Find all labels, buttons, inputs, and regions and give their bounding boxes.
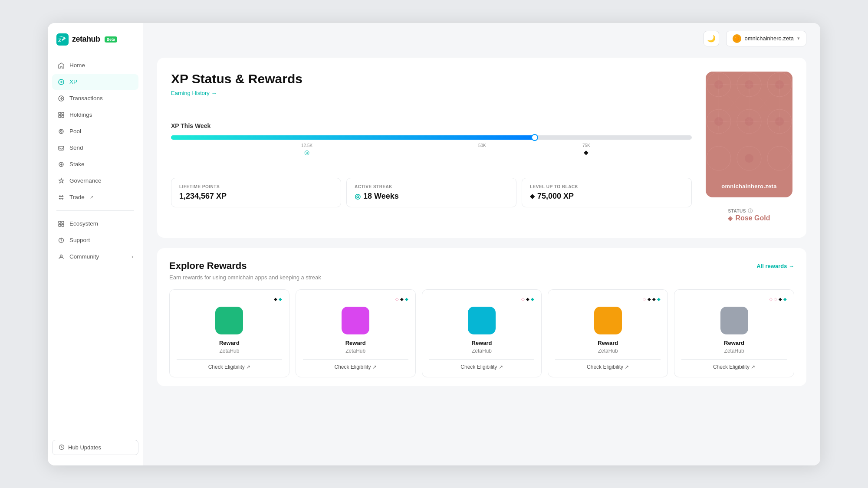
svg-point-36 bbox=[745, 154, 753, 163]
reward-card-5[interactable]: ◇ ◇ ◆ ◆ Reward ZetaHub Check Eligibility… bbox=[674, 289, 794, 377]
all-rewards-link[interactable]: All rewards → bbox=[756, 263, 794, 269]
sidebar-item-support[interactable]: Support bbox=[52, 233, 138, 248]
streak-icon: ◎ bbox=[355, 192, 361, 200]
diamond-icon: ◆ bbox=[530, 193, 535, 200]
sidebar-item-send[interactable]: Send bbox=[52, 140, 138, 156]
reward-icons-3: ◇ ◆ ◆ bbox=[429, 297, 535, 301]
community-item-left: Community bbox=[57, 253, 99, 261]
reward-source-4: ZetaHub bbox=[598, 348, 618, 354]
earning-history-link[interactable]: Earning History → bbox=[171, 90, 217, 96]
chevron-right-icon: › bbox=[132, 254, 133, 260]
progress-container bbox=[171, 135, 692, 140]
xp-icon bbox=[57, 78, 65, 86]
sidebar-item-transactions[interactable]: Transactions bbox=[52, 91, 138, 106]
check-eligibility-1[interactable]: Check Eligibility ↗ bbox=[177, 359, 282, 370]
user-menu-button[interactable]: 🟠 omnichainhero.zeta ▾ bbox=[726, 31, 806, 46]
header: 🌙 🟠 omnichainhero.zeta ▾ bbox=[143, 23, 820, 54]
sidebar-item-xp[interactable]: XP bbox=[52, 74, 138, 90]
sidebar-item-trade[interactable]: Trade ↗ bbox=[52, 190, 138, 205]
check-eligibility-4[interactable]: Check Eligibility ↗ bbox=[555, 359, 661, 370]
reward-source-5: ZetaHub bbox=[724, 348, 744, 354]
progress-bar-background bbox=[171, 135, 692, 140]
reward-card-1[interactable]: ◆ ◆ Reward ZetaHub Check Eligibility ↗ bbox=[169, 289, 289, 377]
sidebar-item-ecosystem[interactable]: Ecosystem bbox=[52, 216, 138, 232]
sidebar-item-holdings[interactable]: Holdings bbox=[52, 107, 138, 123]
reward-icons-5: ◇ ◇ ◆ ◆ bbox=[681, 297, 787, 301]
beta-badge: Beta bbox=[105, 36, 118, 43]
stake-icon bbox=[57, 160, 65, 168]
check-eligibility-2[interactable]: Check Eligibility ↗ bbox=[303, 359, 408, 370]
svg-rect-5 bbox=[62, 112, 64, 115]
status-value: ◈ Rose Gold bbox=[728, 214, 770, 222]
holdings-icon bbox=[57, 111, 65, 119]
reward-icons-2: ◇ ◆ ◆ bbox=[303, 297, 408, 301]
marker-75k: 75K ◆ bbox=[582, 143, 590, 156]
check-eligibility-5[interactable]: Check Eligibility ↗ bbox=[681, 359, 787, 370]
marker-50k: 50K bbox=[478, 143, 486, 148]
reward-name-2: Reward bbox=[345, 340, 366, 346]
level-up-label: LEVEL UP TO BLACK bbox=[530, 184, 684, 189]
page-title: XP Status & Rewards bbox=[171, 72, 692, 86]
svg-point-18 bbox=[60, 255, 62, 257]
governance-icon bbox=[57, 177, 65, 185]
page-content: XP Status & Rewards Earning History → XP… bbox=[143, 54, 820, 465]
logo: Z zetahub Beta bbox=[48, 33, 143, 58]
send-icon bbox=[57, 144, 65, 152]
explore-header: Explore Rewards All rewards → bbox=[169, 260, 794, 272]
svg-point-9 bbox=[60, 131, 62, 132]
reward-card-3[interactable]: ◇ ◆ ◆ Reward ZetaHub Check Eligibility ↗ bbox=[422, 289, 542, 377]
trade-icon bbox=[57, 193, 65, 201]
svg-rect-6 bbox=[59, 115, 61, 118]
card-status-info: STATUS ⓘ ◈ Rose Gold bbox=[728, 203, 770, 224]
status-label: STATUS ⓘ bbox=[728, 208, 770, 214]
main-content: 🌙 🟠 omnichainhero.zeta ▾ XP Status & Rew… bbox=[143, 23, 820, 465]
svg-point-17 bbox=[61, 241, 61, 242]
reward-color-box-1 bbox=[215, 307, 243, 334]
lifetime-points-label: LIFETIME POINTS bbox=[179, 184, 333, 189]
reward-card-2[interactable]: ◇ ◆ ◆ Reward ZetaHub Check Eligibility ↗ bbox=[296, 289, 416, 377]
nav-section: Home XP Transactions Holdi bbox=[48, 58, 143, 436]
xp-left-panel: XP Status & Rewards Earning History → XP… bbox=[171, 72, 692, 224]
sidebar-item-governance[interactable]: Governance bbox=[52, 173, 138, 189]
app-window: Z zetahub Beta Home XP bbox=[48, 23, 820, 465]
xp-card-panel: omnichainhero.zeta STATUS ⓘ ◈ Rose Gold bbox=[706, 72, 792, 224]
reward-name-4: Reward bbox=[598, 340, 618, 346]
reward-name-5: Reward bbox=[724, 340, 744, 346]
reward-icons-4: ◇ ◆ ◆ ◆ bbox=[555, 297, 661, 301]
chevron-down-icon: ▾ bbox=[797, 36, 800, 41]
marker-12k: 12.5K ◎ bbox=[301, 143, 312, 156]
sidebar-item-pool-label: Pool bbox=[69, 128, 81, 134]
reward-color-box-3 bbox=[468, 307, 496, 334]
explore-rewards-section: Explore Rewards All rewards → Earn rewar… bbox=[157, 248, 806, 386]
sidebar-item-community[interactable]: Community › bbox=[52, 249, 138, 265]
nav-divider bbox=[56, 210, 134, 211]
sidebar: Z zetahub Beta Home XP bbox=[48, 23, 143, 465]
sidebar-item-xp-label: XP bbox=[69, 79, 77, 85]
sidebar-item-stake[interactable]: Stake bbox=[52, 157, 138, 172]
reward-source-2: ZetaHub bbox=[345, 348, 365, 354]
active-streak-value: ◎ 18 Weeks bbox=[355, 192, 508, 201]
check-eligibility-3[interactable]: Check Eligibility ↗ bbox=[429, 359, 535, 370]
reward-icons-1: ◆ ◆ bbox=[177, 297, 282, 301]
logo-icon: Z bbox=[56, 33, 69, 46]
active-streak-card: ACTIVE STREAK ◎ 18 Weeks bbox=[346, 178, 516, 207]
reward-color-box-5 bbox=[720, 307, 748, 334]
progress-thumb bbox=[531, 134, 538, 141]
lifetime-points-value: 1,234,567 XP bbox=[179, 192, 333, 201]
reward-source-3: ZetaHub bbox=[472, 348, 492, 354]
progress-bar-fill bbox=[171, 135, 536, 140]
support-icon bbox=[57, 236, 65, 244]
explore-subtitle: Earn rewards for using omnichain apps an… bbox=[169, 274, 794, 281]
sidebar-item-governance-label: Governance bbox=[69, 177, 102, 184]
reward-card-4[interactable]: ◇ ◆ ◆ ◆ Reward ZetaHub Check Eligibility… bbox=[548, 289, 668, 377]
hub-updates-button[interactable]: Hub Updates bbox=[52, 440, 138, 455]
sidebar-item-ecosystem-label: Ecosystem bbox=[69, 220, 98, 227]
sidebar-item-pool[interactable]: Pool bbox=[52, 124, 138, 139]
logo-text: zetahub bbox=[72, 35, 100, 44]
moon-icon: 🌙 bbox=[707, 34, 716, 43]
sidebar-item-home[interactable]: Home bbox=[52, 58, 138, 73]
explore-title-group: Explore Rewards bbox=[169, 260, 247, 272]
sidebar-item-stake-label: Stake bbox=[69, 161, 85, 167]
svg-point-8 bbox=[59, 129, 63, 134]
dark-mode-button[interactable]: 🌙 bbox=[704, 31, 719, 46]
